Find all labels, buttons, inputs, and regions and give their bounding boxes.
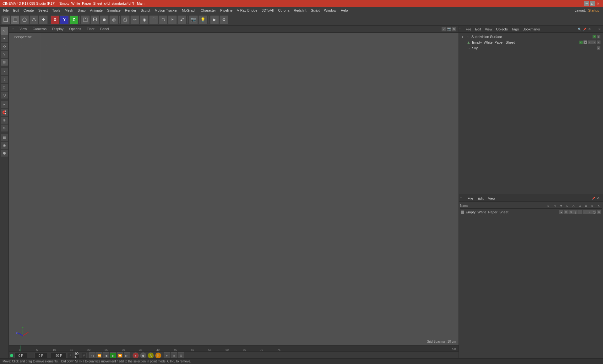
tool-texture[interactable]: ◉: [1, 142, 8, 149]
tree-item-sky[interactable]: ○ Sky ✓: [460, 45, 602, 51]
menu-motion-tracker[interactable]: Motion Tracker: [153, 8, 179, 13]
toolbar-record[interactable]: ⏺: [100, 15, 109, 24]
menu-create[interactable]: Create: [22, 8, 36, 13]
tool-extrude[interactable]: ⊕: [1, 124, 8, 132]
om-objects[interactable]: Objects: [494, 27, 509, 32]
om-close-icon[interactable]: ✕: [597, 27, 602, 31]
auto-key-button[interactable]: A: [148, 352, 154, 359]
menu-character[interactable]: Character: [199, 8, 218, 13]
toolbar-film[interactable]: 🎞: [90, 15, 99, 24]
tree-item-subdivision[interactable]: ▶ ⬡ Subdivision Surface ✓ i: [460, 34, 602, 40]
go-to-prev-button[interactable]: ⏪: [96, 352, 102, 359]
toolbar-render-settings[interactable]: ⚙: [220, 15, 228, 24]
key-button[interactable]: K: [155, 352, 161, 359]
viewport-expand-icon[interactable]: ⤢: [442, 27, 446, 31]
toolbar-pencil[interactable]: ✏: [130, 15, 139, 24]
fps-button[interactable]: ⊞: [178, 352, 184, 359]
tool-knife[interactable]: ✂: [1, 101, 8, 108]
viewport-3d[interactable]: Perspective Grid Spacing : 10 cm X Y Z: [9, 33, 459, 345]
toolbar-polygon-mode[interactable]: [30, 15, 38, 24]
attr-icon-d[interactable]: ↓: [587, 210, 592, 214]
menu-tools[interactable]: Tools: [50, 8, 62, 13]
tool-objects[interactable]: ⬡: [1, 91, 8, 99]
om-file[interactable]: File: [464, 27, 473, 32]
tool-select[interactable]: ↖: [1, 27, 8, 35]
menu-animate[interactable]: Animate: [88, 8, 105, 13]
toolbar-paint[interactable]: 🖌: [177, 15, 186, 24]
tool-uv[interactable]: ▦: [1, 134, 8, 141]
menu-mograph[interactable]: MoGraph: [180, 8, 198, 13]
menu-redshift[interactable]: Redshift: [292, 8, 308, 13]
menu-script[interactable]: Script: [309, 8, 322, 13]
toolbar-light[interactable]: 💡: [198, 15, 207, 24]
current-frame-input[interactable]: [35, 353, 47, 358]
am-file[interactable]: File: [466, 196, 475, 201]
frame-max-btn[interactable]: F: [82, 353, 87, 358]
attr-icon-m[interactable]: ⊟: [568, 210, 573, 214]
attr-icon-g[interactable]: ·: [583, 210, 587, 214]
viewport-camera-icon[interactable]: 📷: [447, 27, 451, 31]
am-gear-icon[interactable]: ⚙: [596, 196, 600, 201]
om-dots-icon[interactable]: ⋮: [592, 27, 597, 31]
toolbar-spline-mode[interactable]: [20, 15, 29, 24]
om-tags[interactable]: Tags: [510, 27, 521, 32]
menu-simulate[interactable]: Simulate: [105, 8, 122, 13]
tool-points[interactable]: •: [1, 68, 8, 75]
am-edit[interactable]: Edit: [476, 196, 486, 201]
tool-move[interactable]: ✦: [1, 35, 8, 42]
menu-help[interactable]: Help: [339, 8, 350, 13]
attr-icon-s[interactable]: ●: [559, 210, 563, 214]
toolbar-z-axis[interactable]: Z: [69, 15, 78, 24]
menu-sculpt[interactable]: Sculpt: [139, 8, 152, 13]
menu-select[interactable]: Select: [36, 8, 50, 13]
om-bookmarks[interactable]: Bookmarks: [521, 27, 542, 32]
playback-mode-button[interactable]: ≋: [171, 352, 177, 359]
tool-material[interactable]: ⬢: [1, 149, 8, 157]
attr-icon-r[interactable]: ⊞: [564, 210, 568, 214]
toolbar-motion[interactable]: ◎: [109, 15, 118, 24]
viewport-tab-panel[interactable]: Panel: [98, 26, 111, 32]
toolbar-move[interactable]: [81, 15, 90, 24]
toolbar-cube[interactable]: [121, 15, 130, 24]
tree-item-paper[interactable]: ▲ Empty_White_Paper_Sheet ✓ ■ T • ⊳: [460, 40, 602, 45]
attr-icon-l[interactable]: |: [573, 210, 578, 214]
om-edit[interactable]: Edit: [473, 27, 483, 32]
menu-snap[interactable]: Snap: [76, 8, 88, 13]
go-to-end-button[interactable]: ⏭: [124, 352, 130, 359]
viewport-tab-options[interactable]: Options: [67, 26, 84, 32]
toolbar-x-axis[interactable]: X: [51, 15, 59, 24]
stop-record-button[interactable]: ⏺: [140, 352, 146, 359]
attr-icon-a[interactable]: :: [578, 210, 582, 214]
om-pin-icon[interactable]: 📌: [582, 27, 587, 31]
menu-corona[interactable]: Corona: [276, 8, 291, 13]
tool-magnet[interactable]: 🧲: [1, 109, 8, 116]
menu-file[interactable]: File: [1, 8, 11, 13]
om-view[interactable]: View: [483, 27, 494, 32]
menu-pipeline[interactable]: Pipeline: [218, 8, 234, 13]
loop-button[interactable]: ↩: [164, 352, 170, 359]
menu-edit[interactable]: Edit: [11, 8, 21, 13]
viewport-tab-cameras[interactable]: Cameras: [30, 26, 49, 32]
close-button[interactable]: ✕: [595, 1, 600, 6]
tool-polygons[interactable]: □: [1, 83, 8, 91]
toolbar-cut[interactable]: ✂: [168, 15, 177, 24]
tool-rotate[interactable]: ⟲: [1, 43, 8, 50]
attr-paper-row[interactable]: Empty_White_Paper_Sheet ● ⊞ ⊟ | : · ↓ ◯ …: [460, 209, 602, 215]
am-pin-icon[interactable]: 📌: [591, 196, 595, 201]
toolbar-mesh-mode[interactable]: [11, 15, 19, 24]
viewport-settings-icon[interactable]: ⚙: [452, 27, 456, 31]
toolbar-bend[interactable]: ⌒: [149, 15, 158, 24]
toolbar-model-mode[interactable]: [1, 15, 10, 24]
toolbar-camera[interactable]: 📷: [189, 15, 198, 24]
tool-weld[interactable]: ⊗: [1, 116, 8, 124]
toolbar-brush[interactable]: ◉: [140, 15, 149, 24]
toolbar-y-axis[interactable]: Y: [60, 15, 69, 24]
menu-3dtoall[interactable]: 3DToAll: [260, 8, 275, 13]
toolbar-render[interactable]: ▶: [210, 15, 219, 24]
tool-transform[interactable]: ⊞: [1, 58, 8, 66]
toolbar-symmetry[interactable]: ⬡: [159, 15, 167, 24]
viewport-tab-display[interactable]: Display: [50, 26, 66, 32]
menu-vray[interactable]: V-Ray Bridge: [235, 8, 259, 13]
am-view[interactable]: View: [486, 196, 497, 201]
menu-render[interactable]: Render: [123, 8, 138, 13]
